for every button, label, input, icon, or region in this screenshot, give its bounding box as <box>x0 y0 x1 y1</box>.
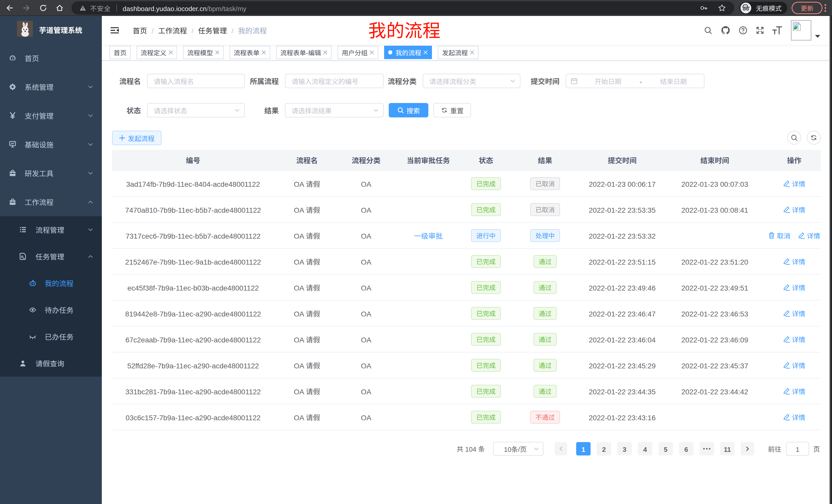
sidebar-item-infra[interactable]: 基础设施 <box>0 130 102 159</box>
not-secure-icon[interactable] <box>79 5 86 11</box>
page-button-6[interactable]: 6 <box>679 442 694 455</box>
search-icon[interactable] <box>704 16 712 45</box>
browser-back-icon[interactable] <box>6 4 14 12</box>
start-process-button[interactable]: 发起流程 <box>112 131 161 145</box>
help-icon[interactable] <box>739 16 747 45</box>
table-row: 7470a810-7b9b-11ec-b5b7-acde48001122OA 请… <box>112 197 821 223</box>
browser-update-button[interactable]: 更新 <box>791 2 823 14</box>
detail-link[interactable]: 详情 <box>783 257 805 266</box>
browser-home-icon[interactable] <box>55 4 64 12</box>
table-cell: 进行中 <box>464 229 508 242</box>
filter-category-select[interactable]: 请选择流程分类 <box>423 74 520 88</box>
page-button-11[interactable]: 11 <box>720 442 734 455</box>
detail-link[interactable]: 详情 <box>783 412 805 422</box>
tab-my-process[interactable]: 我的流程 <box>384 46 432 59</box>
pagination-ellipsis[interactable] <box>700 442 714 455</box>
goto-page-input[interactable] <box>786 442 809 456</box>
tab-home[interactable]: 首页 <box>109 46 131 59</box>
action-label: 详情 <box>792 179 805 188</box>
browser-reload-icon[interactable] <box>39 4 47 12</box>
sidebar-logo[interactable]: 芋道管理系统 <box>0 16 102 44</box>
breadcrumb-item[interactable]: 任务管理 <box>198 25 227 35</box>
detail-link[interactable]: 详情 <box>798 231 820 240</box>
page-button-2[interactable]: 2 <box>597 442 611 455</box>
page-button-4[interactable]: 4 <box>638 442 652 455</box>
detail-link[interactable]: 详情 <box>783 179 805 188</box>
sidebar-item-workflow[interactable]: 工作流程 <box>0 188 102 216</box>
font-size-icon[interactable] <box>772 16 782 45</box>
tab-close-icon[interactable] <box>261 50 266 55</box>
sidebar-item-done-task[interactable]: 已办任务 <box>0 323 102 350</box>
reset-button[interactable]: 重置 <box>434 103 471 117</box>
bookmark-star-icon[interactable] <box>718 4 726 12</box>
tab-process-form[interactable]: 流程表单 <box>230 46 270 59</box>
filter-result-select[interactable]: 请选择流结果 <box>285 103 384 117</box>
sidebar-item-my-process[interactable]: 我的流程 <box>0 270 102 297</box>
cancel-link[interactable]: 取消 <box>768 231 790 240</box>
cell-end-time: 2022-01-22 23:51:20 <box>681 256 748 267</box>
table-cell: OA 请假 <box>274 282 340 292</box>
sidebar-item-devtools[interactable]: 研发工具 <box>0 159 102 188</box>
sidebar-item-payment[interactable]: 支付管理 <box>0 101 102 130</box>
sidebar-item-todo-task[interactable]: 待办任务 <box>0 297 102 323</box>
table-cell: OA 请假 <box>274 230 340 241</box>
detail-link[interactable]: 详情 <box>783 360 805 370</box>
user-icon <box>20 360 26 367</box>
page-size-select[interactable]: 10条/页 <box>493 442 544 456</box>
tab-close-icon[interactable] <box>215 50 219 55</box>
page-button-1[interactable]: 1 <box>576 442 591 455</box>
search-button[interactable]: 搜索 <box>389 103 428 117</box>
filter-status-select[interactable]: 请选择状态 <box>147 103 245 117</box>
sidebar-item-home[interactable]: 首页 <box>0 44 102 73</box>
refresh-table-button[interactable] <box>807 131 821 145</box>
sidebar-item-task-mgmt[interactable]: 任务管理 <box>0 243 102 270</box>
show-search-toggle-button[interactable] <box>787 131 801 145</box>
sidebar-collapse-icon[interactable] <box>110 27 119 34</box>
tab-process-model[interactable]: 流程模型 <box>183 46 224 59</box>
sidebar-item-label: 支付管理 <box>25 110 53 121</box>
detail-link[interactable]: 详情 <box>783 283 805 292</box>
prev-page-button[interactable] <box>555 442 567 455</box>
sidebar-item-system[interactable]: 系统管理 <box>0 73 102 101</box>
tab-process-definition[interactable]: 流程定义 <box>136 46 177 59</box>
breadcrumb-item[interactable]: 工作流程 <box>158 25 187 35</box>
sidebar-item-process-mgmt[interactable]: 流程管理 <box>0 216 102 243</box>
detail-link[interactable]: 详情 <box>783 334 805 344</box>
address-bar[interactable]: 不安全dashboard.yudao.iocoder.cn/bpm/task/m… <box>72 1 734 15</box>
date-end-placeholder[interactable]: 结束日期 <box>643 76 704 86</box>
browser-forward-icon[interactable] <box>22 4 30 12</box>
date-start-placeholder[interactable]: 开始日期 <box>577 76 639 86</box>
next-page-button[interactable] <box>741 442 754 455</box>
user-avatar[interactable] <box>791 20 811 40</box>
tree-list-icon <box>20 226 26 233</box>
browser-menu-icon[interactable] <box>824 4 826 12</box>
page-button-3[interactable]: 3 <box>617 442 632 455</box>
table-row: 7317cec6-7b9b-11ec-b5b7-acde48001122OA 请… <box>112 223 821 249</box>
fullscreen-icon[interactable] <box>756 16 764 45</box>
tab-process-form-edit[interactable]: 流程表单-编辑 <box>276 46 332 59</box>
tab-user-group[interactable]: 用户分组 <box>338 46 378 59</box>
chevron-down-icon <box>510 79 515 83</box>
table-cell: 331bc281-7b9a-11ec-a290-acde48001122 <box>112 386 274 396</box>
tab-start-process[interactable]: 发起流程 <box>438 46 478 59</box>
filter-name-input[interactable] <box>148 74 244 88</box>
password-key-icon[interactable] <box>700 4 708 12</box>
sidebar-item-label: 流程管理 <box>35 225 64 235</box>
filter-definition-input[interactable] <box>285 74 383 88</box>
tab-close-icon[interactable] <box>423 50 428 55</box>
sidebar-item-leave-query[interactable]: 请假查询 <box>0 350 102 376</box>
tab-close-icon[interactable] <box>323 50 328 55</box>
detail-link[interactable]: 详情 <box>783 386 805 396</box>
breadcrumb-item[interactable]: 首页 <box>133 25 147 35</box>
detail-link[interactable]: 详情 <box>783 205 805 214</box>
avatar-caret-icon[interactable] <box>815 35 820 38</box>
tab-close-icon[interactable] <box>168 50 173 55</box>
table-cell: 2022-01-22 23:43:16 <box>582 412 662 422</box>
detail-link[interactable]: 详情 <box>783 309 805 318</box>
tab-close-icon[interactable] <box>369 50 374 55</box>
cell-current-task-link[interactable]: 一级审批 <box>414 230 443 241</box>
tab-close-icon[interactable] <box>470 50 474 55</box>
page-button-5[interactable]: 5 <box>658 442 673 455</box>
github-icon[interactable] <box>721 16 730 45</box>
filter-time-range-picker[interactable]: 开始日期-结束日期 <box>566 74 704 88</box>
